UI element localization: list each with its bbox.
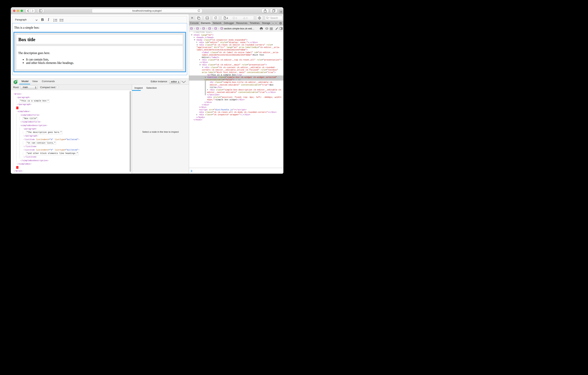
svg-text:0: 0 (246, 17, 248, 19)
svg-text:0: 0 (236, 17, 237, 19)
svg-text:4: 4 (227, 17, 228, 19)
svg-text:2: 2 (53, 20, 54, 22)
svg-text:Search: Search (270, 17, 278, 19)
svg-text:5: 5 (16, 80, 17, 81)
